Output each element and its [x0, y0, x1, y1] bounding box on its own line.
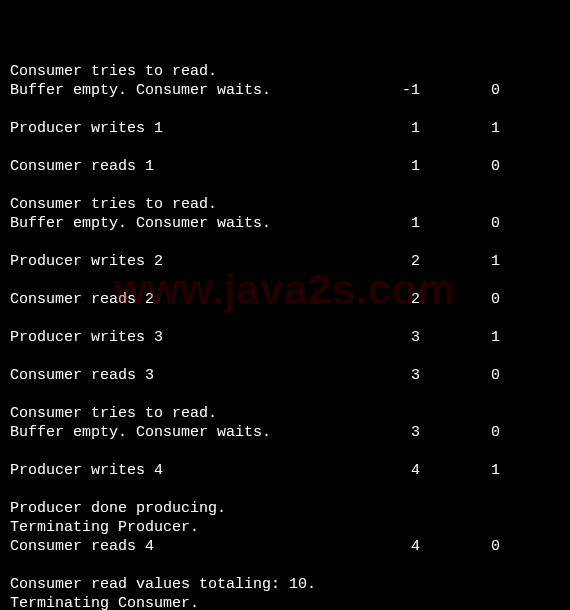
line-col2: 1 [420, 328, 500, 347]
line-message: Consumer reads 2 [10, 290, 340, 309]
line-message: Terminating Producer. [10, 519, 199, 536]
output-line: Consumer reads 110 [10, 157, 560, 176]
line-message: Producer writes 4 [10, 461, 340, 480]
line-col1: 4 [340, 537, 420, 556]
output-line: Producer writes 221 [10, 252, 560, 271]
output-line: Consumer reads 220 [10, 290, 560, 309]
line-col1: 1 [340, 214, 420, 233]
blank-line [10, 385, 560, 404]
line-col1: 3 [340, 366, 420, 385]
output-line: Consumer reads 330 [10, 366, 560, 385]
line-message: Terminating Consumer. [10, 595, 199, 610]
output-line: Consumer tries to read. [10, 195, 560, 214]
blank-line [10, 480, 560, 499]
output-line: Terminating Producer. [10, 518, 560, 537]
line-message: Consumer tries to read. [10, 63, 217, 80]
output-line: Terminating Consumer. [10, 594, 560, 610]
line-col1: 4 [340, 461, 420, 480]
line-message: Buffer empty. Consumer waits. [10, 423, 340, 442]
line-message: Consumer tries to read. [10, 196, 217, 213]
terminal-output: www.java2s.com Consumer tries to read.Bu… [0, 0, 570, 610]
line-message: Buffer empty. Consumer waits. [10, 214, 340, 233]
output-line: Consumer read values totaling: 10. [10, 575, 560, 594]
blank-line [10, 233, 560, 252]
line-col2: 0 [420, 290, 500, 309]
line-col2: 0 [420, 157, 500, 176]
line-col1: 2 [340, 252, 420, 271]
line-col1: 1 [340, 119, 420, 138]
line-message: Producer writes 2 [10, 252, 340, 271]
line-message: Consumer reads 1 [10, 157, 340, 176]
blank-line [10, 556, 560, 575]
output-line: Consumer tries to read. [10, 404, 560, 423]
line-col1: -1 [340, 81, 420, 100]
output-line: Buffer empty. Consumer waits.10 [10, 214, 560, 233]
line-col1: 3 [340, 423, 420, 442]
line-message: Consumer reads 4 [10, 537, 340, 556]
line-message: Producer writes 1 [10, 119, 340, 138]
line-message: Consumer tries to read. [10, 405, 217, 422]
blank-line [10, 271, 560, 290]
line-col2: 0 [420, 537, 500, 556]
blank-line [10, 309, 560, 328]
line-col2: 1 [420, 461, 500, 480]
line-col2: 0 [420, 423, 500, 442]
line-message: Producer writes 3 [10, 328, 340, 347]
output-line: Producer writes 111 [10, 119, 560, 138]
blank-line [10, 138, 560, 157]
line-col2: 0 [420, 366, 500, 385]
line-message: Buffer empty. Consumer waits. [10, 81, 340, 100]
blank-line [10, 100, 560, 119]
output-line: Consumer tries to read. [10, 62, 560, 81]
output-line: Consumer reads 440 [10, 537, 560, 556]
output-line: Producer done producing. [10, 499, 560, 518]
line-col2: 1 [420, 119, 500, 138]
blank-line [10, 347, 560, 366]
line-col2: 0 [420, 214, 500, 233]
line-message: Consumer reads 3 [10, 366, 340, 385]
line-col1: 3 [340, 328, 420, 347]
line-col2: 1 [420, 252, 500, 271]
output-line: Producer writes 331 [10, 328, 560, 347]
line-col1: 2 [340, 290, 420, 309]
output-line: Buffer empty. Consumer waits.-10 [10, 81, 560, 100]
line-col1: 1 [340, 157, 420, 176]
output-line: Buffer empty. Consumer waits.30 [10, 423, 560, 442]
blank-line [10, 176, 560, 195]
line-message: Consumer read values totaling: 10. [10, 576, 316, 593]
line-col2: 0 [420, 81, 500, 100]
output-lines: Consumer tries to read.Buffer empty. Con… [10, 62, 560, 610]
line-message: Producer done producing. [10, 500, 226, 517]
output-line: Producer writes 441 [10, 461, 560, 480]
blank-line [10, 442, 560, 461]
